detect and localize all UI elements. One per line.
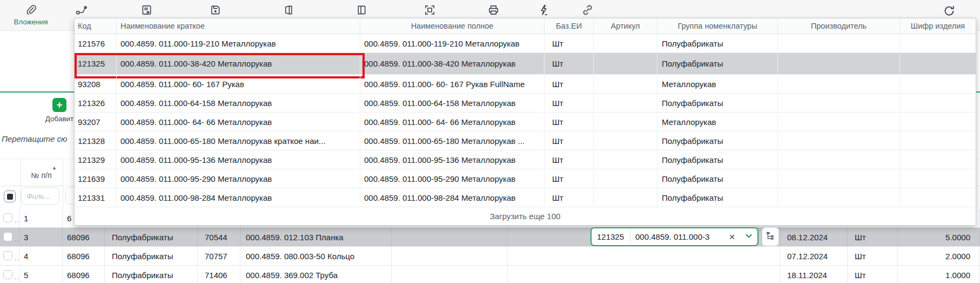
dropdown-column-base-unit[interactable]: Баз.ЕИ <box>545 18 594 34</box>
dropdown-column-code[interactable]: Код <box>75 18 117 34</box>
cell-group: Металлорукав <box>657 113 778 131</box>
plus-icon: + <box>56 99 62 110</box>
cell-group: Полуфабрикаты <box>657 169 778 188</box>
dropdown-header-row: Код Наименование краткое Наименование по… <box>75 18 976 34</box>
toolbar-button-link[interactable] <box>561 4 613 18</box>
toolbar-button-door[interactable] <box>335 4 387 18</box>
cell-full-name: 000.4859. 011.000-95-290 Металлорукав <box>360 169 545 188</box>
load-more-button[interactable]: Загрузить еще 100 <box>75 207 976 225</box>
row-checkbox[interactable] <box>3 213 12 222</box>
dropdown-row[interactable]: 93208 000.4859. 011.000- 60- 167 Рукав 0… <box>75 75 976 94</box>
dropdown-row[interactable]: 121325 000.4859. 011.000-38-420 Металлор… <box>75 53 976 75</box>
cell-manufacturer <box>778 53 900 74</box>
dropdown-column-full-name[interactable]: Наименование полное <box>360 18 545 34</box>
checkbox-cell: .. <box>0 266 20 283</box>
drag-dots-icon: .. <box>15 216 19 224</box>
cell-group-code: 68096 <box>63 266 105 283</box>
cell-empty <box>392 266 508 283</box>
cell-cipher <box>900 75 976 93</box>
printer-icon <box>467 4 519 16</box>
cell-group: Полуфабрикаты <box>657 34 778 52</box>
cell-qty: 1.0000 <box>898 266 980 283</box>
cell-cipher <box>900 150 976 169</box>
column-header-num[interactable]: № п/п <box>20 171 63 180</box>
cell-manufacturer <box>778 113 900 131</box>
clear-value-button[interactable]: ✕ <box>724 233 740 241</box>
cell-article <box>594 131 657 150</box>
cell-base-unit: Шт <box>545 169 594 188</box>
chevron-down-icon <box>744 231 754 242</box>
dropdown-row[interactable]: 121328 000.4859. 011.000-65-180 Металлор… <box>75 131 976 150</box>
add-row-button[interactable]: + <box>52 98 66 112</box>
cell-code: 93208 <box>75 75 117 93</box>
cell-code: 121576 <box>75 34 117 52</box>
table-row[interactable]: .. 5 68096 Полуфабрикаты 71406 000.4859.… <box>0 266 980 283</box>
select-all-checkbox[interactable] <box>4 190 16 202</box>
cell-date: 08.12.2024 <box>780 228 848 246</box>
cell-article <box>594 34 657 52</box>
dropdown-toggle-button[interactable] <box>740 231 757 242</box>
cell-code: 121329 <box>75 150 117 169</box>
toolbar-button-document-card[interactable] <box>120 4 172 18</box>
cell-base-unit: Шт <box>545 150 594 169</box>
cell-base-unit: Шт <box>545 131 594 150</box>
toolbar-button-print[interactable] <box>467 4 519 18</box>
table-row[interactable]: .. 4 68096 Полуфабрикаты 70757 000.4859.… <box>0 247 980 266</box>
nomenclature-dropdown-panel: Код Наименование краткое Наименование по… <box>74 18 976 226</box>
cell-num: 3 <box>20 228 63 246</box>
floppy-icon <box>189 4 241 16</box>
table-row[interactable]: .. 3 68096 Полуфабрикаты 70544 000.4859.… <box>0 228 980 247</box>
dropdown-row[interactable]: 121639 000.4859. 011.000-95-290 Металлор… <box>75 169 976 188</box>
cell-full-name: 000.4859. 011.000- 60- 167 Рукав FullNam… <box>360 75 545 93</box>
toolbar-button-door-open[interactable] <box>262 4 314 18</box>
row-checkbox[interactable] <box>3 270 12 279</box>
drag-dots-icon: .. <box>15 235 19 243</box>
dropdown-column-cipher[interactable]: Шифр изделия <box>900 18 976 34</box>
dropdown-row[interactable]: 121576 000.4859. 011.000-119-210 Металло… <box>75 34 976 53</box>
toolbar-button-expand[interactable] <box>404 4 455 18</box>
cell-group-code: 68096 <box>63 247 105 265</box>
num-filter-input[interactable] <box>21 187 59 205</box>
cell-base-unit: Шт <box>545 188 594 207</box>
cell-group-code: 68096 <box>63 228 105 246</box>
cell-qty: 5.0000 <box>898 228 980 246</box>
row-checkbox[interactable] <box>3 232 12 241</box>
dropdown-column-group[interactable]: Группа номенклатуры <box>657 18 778 34</box>
combobox-code-value: 121325 <box>592 228 630 245</box>
sort-asc-icon[interactable]: ▲ <box>52 165 57 170</box>
dropdown-row[interactable]: 121331 000.4859. 011.000-98-284 Металлор… <box>75 188 976 207</box>
cell-code: 93207 <box>75 113 117 131</box>
cell-cipher <box>900 113 976 131</box>
paperclip-icon <box>5 4 57 16</box>
cell-full-name: 000.4859. 011.000-64-158 Металлорукав <box>360 94 545 112</box>
cell-num: 4 <box>20 247 63 265</box>
cell-num: 1 <box>20 209 63 227</box>
cell-manufacturer <box>778 169 900 188</box>
cell-item-code: 70544 <box>198 228 240 246</box>
nomenclature-combobox[interactable]: 121325 000.4859. 011.000-3 ✕ <box>590 227 759 246</box>
checkbox-cell: .. <box>0 228 20 246</box>
cell-cipher <box>900 188 976 207</box>
checkbox-cell: .. <box>0 247 20 265</box>
document-card-icon <box>120 4 172 16</box>
cell-group-name: Полуфабрикаты <box>105 228 198 246</box>
dropdown-row[interactable]: 93207 000.4859. 011.000- 64- 66 Металлор… <box>75 113 976 131</box>
dropdown-row[interactable]: 121329 000.4859. 011.000-95-136 Металлор… <box>75 150 976 169</box>
cell-empty <box>392 228 508 246</box>
cell-full-name: 000.4859. 011.000-95-136 Металлорукав <box>360 150 545 169</box>
open-hierarchy-button[interactable] <box>762 227 779 246</box>
cell-group: Полуфабрикаты <box>657 188 778 207</box>
expand-frame-icon <box>404 4 455 16</box>
cell-item-code: 71406 <box>198 266 240 283</box>
toolbar-button-attachments[interactable]: Вложения <box>5 4 57 26</box>
cell-base-unit: Шт <box>545 94 594 112</box>
cell-base-unit: Шт <box>545 75 594 93</box>
cell-group: Полуфабрикаты <box>657 150 778 169</box>
dropdown-column-article[interactable]: Артикул <box>594 18 657 34</box>
toolbar-button-save[interactable] <box>189 4 241 18</box>
refresh-button[interactable] <box>943 4 956 19</box>
dropdown-column-short-name[interactable]: Наименование краткое <box>117 18 360 34</box>
dropdown-row[interactable]: 121326 000.4859. 011.000-64-158 Металлор… <box>75 94 976 113</box>
row-checkbox[interactable] <box>3 251 12 260</box>
dropdown-column-manufacturer[interactable]: Производитель <box>778 18 900 34</box>
